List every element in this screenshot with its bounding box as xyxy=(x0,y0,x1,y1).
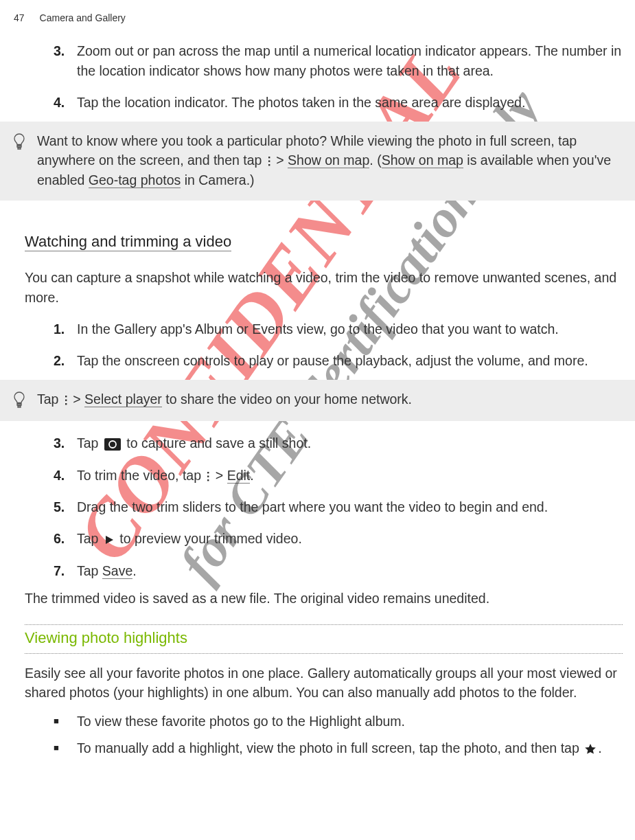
bullet: ■ xyxy=(54,712,77,731)
text: . ( xyxy=(369,152,381,168)
svg-rect-4 xyxy=(65,400,67,401)
heading-viewing-highlights: Viewing photo highlights xyxy=(25,627,187,649)
more-icon xyxy=(267,156,271,167)
step-text: Tap to capture and save a still shot. xyxy=(77,433,623,453)
play-icon xyxy=(104,534,115,545)
lightbulb-icon xyxy=(12,389,34,410)
closing-text: The trimmed video is saved as a new file… xyxy=(25,589,623,608)
step-number: 6. xyxy=(54,529,77,548)
step-1: 1. In the Gallery app's Album or Events … xyxy=(54,319,623,339)
tip-box-2: Tap > Select player to share the video o… xyxy=(0,380,635,421)
step-number: 7. xyxy=(54,561,77,580)
svg-rect-9 xyxy=(207,475,209,477)
svg-rect-0 xyxy=(268,157,270,158)
page-header: 47 Camera and Gallery xyxy=(0,0,635,29)
text: in Camera.) xyxy=(181,172,254,188)
text: to preview your trimmed video. xyxy=(116,531,302,546)
svg-rect-5 xyxy=(65,403,67,405)
list-text: To view these favorite photos go to the … xyxy=(77,712,623,731)
list-item: ■ To view these favorite photos go to th… xyxy=(54,712,623,731)
setting-geo-tag: Geo-tag photos xyxy=(89,172,181,188)
lightbulb-icon xyxy=(12,131,34,190)
step-3: 3. Zoom out or pan across the map until … xyxy=(54,41,623,80)
step-number: 2. xyxy=(54,351,77,370)
step-number: 1. xyxy=(54,319,77,339)
star-icon xyxy=(584,743,597,756)
text: . xyxy=(250,468,253,483)
step-text: To trim the video, tap > Edit. xyxy=(77,466,623,485)
heading-watching-trimming: Watching and trimming a video xyxy=(25,232,231,252)
text: Tap xyxy=(37,391,62,407)
text: To manually add a highlight, view the ph… xyxy=(77,740,583,756)
list-text: To manually add a highlight, view the ph… xyxy=(77,738,623,758)
svg-rect-2 xyxy=(268,164,270,166)
text: Tap xyxy=(77,435,102,451)
text: > xyxy=(69,391,84,407)
menu-show-on-map: Show on map xyxy=(288,152,369,168)
intro-text: Easily see all your favorite photos in o… xyxy=(25,663,623,703)
step-number: 3. xyxy=(54,41,77,80)
menu-select-player: Select player xyxy=(84,391,162,407)
step-text: Drag the two trim sliders to the part wh… xyxy=(77,497,623,517)
list-item: ■ To manually add a highlight, view the … xyxy=(54,738,623,758)
text: . xyxy=(598,740,601,756)
step-5: 5. Drag the two trim sliders to the part… xyxy=(54,497,623,517)
tip-box-1: Want to know where you took a particular… xyxy=(0,122,635,201)
text: Tap xyxy=(77,563,102,578)
page-content: 3. Zoom out or pan across the map until … xyxy=(0,41,635,758)
more-icon xyxy=(206,471,210,482)
step-number: 5. xyxy=(54,497,77,517)
text: > xyxy=(273,152,288,168)
tip-text: Tap > Select player to share the video o… xyxy=(34,389,621,410)
svg-rect-8 xyxy=(207,472,209,473)
step-text: Tap Save. xyxy=(77,561,623,580)
step-text: Tap the location indicator. The photos t… xyxy=(77,93,623,112)
step-4: 4. Tap the location indicator. The photo… xyxy=(54,93,623,112)
bullet: ■ xyxy=(54,738,77,758)
text: > xyxy=(211,468,227,483)
page-number: 47 xyxy=(14,11,25,25)
svg-rect-1 xyxy=(268,161,270,162)
step-number: 3. xyxy=(54,433,77,453)
text: Tap xyxy=(77,531,102,546)
step-number: 4. xyxy=(54,93,77,112)
text: to capture and save a still shot. xyxy=(123,435,311,451)
step-2: 2. Tap the onscreen controls to play or … xyxy=(54,351,623,370)
section-divider xyxy=(25,653,623,654)
step-number: 4. xyxy=(54,466,77,485)
more-icon xyxy=(64,395,68,406)
step-text: Tap the onscreen controls to play or pau… xyxy=(77,351,623,370)
step-text: Tap to preview your trimmed video. xyxy=(77,529,623,548)
tip-text: Want to know where you took a particular… xyxy=(34,131,621,190)
step-4b: 4. To trim the video, tap > Edit. xyxy=(54,466,623,485)
chapter-title: Camera and Gallery xyxy=(40,11,126,25)
text: . xyxy=(132,563,136,578)
svg-rect-10 xyxy=(207,479,209,481)
svg-rect-3 xyxy=(65,396,67,397)
text: to share the video on your home network. xyxy=(162,391,412,407)
svg-rect-6 xyxy=(104,438,121,451)
camera-icon xyxy=(104,438,122,451)
text: To trim the video, tap xyxy=(77,468,205,483)
step-text: Zoom out or pan across the map until a n… xyxy=(77,41,623,80)
intro-text: You can capture a snapshot while watchin… xyxy=(25,268,623,307)
button-save: Save xyxy=(102,563,132,579)
step-3b: 3. Tap to capture and save a still shot. xyxy=(54,433,623,453)
step-text: In the Gallery app's Album or Events vie… xyxy=(77,319,623,339)
menu-edit: Edit xyxy=(227,468,251,484)
menu-show-on-map: Show on map xyxy=(382,152,463,168)
step-7: 7. Tap Save. xyxy=(54,561,623,580)
step-6: 6. Tap to preview your trimmed video. xyxy=(54,529,623,548)
